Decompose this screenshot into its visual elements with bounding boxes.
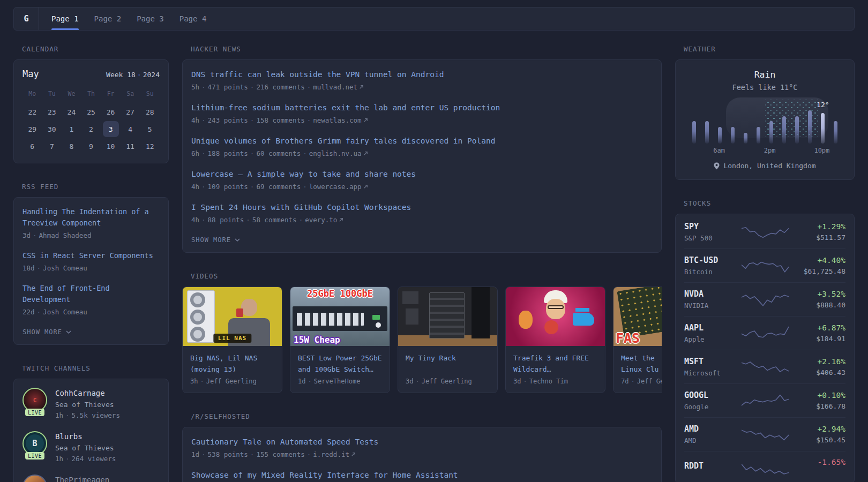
glance-dashboard: G Page 1Page 2Page 3Page 4 CALENDAR May …: [0, 0, 868, 482]
video-meta-part: Techno Tim: [529, 378, 568, 385]
video-title[interactable]: Traefik 3 and FREE Wildcard…: [513, 352, 597, 375]
hackernews-item-meta-part: 69 comments: [256, 183, 301, 191]
weather-bar-slot: [765, 99, 777, 144]
app-logo[interactable]: G: [14, 7, 39, 30]
stock-change-percent: +1.29%: [789, 222, 845, 231]
twitch-channel-row[interactable]: CLIVECohhCarnageSea of Thieves1h·5.5k vi…: [23, 388, 160, 419]
calendar-day-header: We: [62, 87, 81, 103]
hackernews-item-meta: 4h·88 points·58 comments·every.to: [191, 215, 653, 225]
calendar-section-label: CALENDAR: [13, 45, 169, 53]
rss-item-title[interactable]: Handling The Indentation of a Treeview C…: [23, 206, 160, 229]
hackernews-item-title[interactable]: Lithium-free sodium batteries exit the l…: [191, 102, 653, 114]
stock-symbol: BTC-USD: [684, 255, 741, 265]
calendar-day-number: 22: [24, 104, 40, 120]
calendar-grid: MoTuWeThFrSaSu22232425262728293012345678…: [23, 87, 160, 154]
video-thumbnail[interactable]: 25GbE 100GbE15W Cheap: [290, 287, 390, 346]
separator-dot: ·: [199, 216, 208, 224]
stock-identity: GOOGLGoogle: [684, 390, 741, 411]
hackernews-item-meta: 4h·243 points·158 comments·newatlas.com: [191, 115, 653, 126]
video-meta-part: ServeTheHome: [314, 378, 361, 385]
stock-company-name: S&P 500: [684, 234, 741, 242]
hackernews-item-title[interactable]: DNS traffic can leak outside the VPN tun…: [191, 69, 653, 80]
separator-dot: ·: [248, 83, 257, 91]
stock-row-nvda[interactable]: NVDANVIDIA+3.52%$888.40: [684, 282, 845, 316]
video-title[interactable]: My Tiny Rack: [406, 352, 490, 375]
stock-identity: AMDAMD: [684, 424, 741, 445]
rss-show-more-button[interactable]: SHOW MORE: [23, 328, 160, 336]
tab-page-2[interactable]: Page 2: [94, 7, 122, 30]
calendar-day: 8: [62, 138, 81, 154]
separator-dot: ·: [248, 116, 257, 124]
stock-row-googl[interactable]: GOOGLGoogle+0.10%$166.78: [684, 383, 845, 417]
stock-row-spy[interactable]: SPYS&P 500+1.29%$511.57: [684, 215, 845, 248]
video-card[interactable]: LIL NASBig NAS, Lil NAS (moving 13)3h·Je…: [182, 287, 282, 393]
twitch-channel-name[interactable]: CohhCarnage: [55, 389, 120, 397]
twitch-channel-row[interactable]: ThePrimeagen: [23, 475, 160, 482]
hackernews-item-title[interactable]: Lowercase – A simple way to take and sha…: [191, 168, 653, 180]
stock-row-aapl[interactable]: AAPLApple+6.87%$184.91: [684, 316, 845, 350]
rss-item-title[interactable]: CSS in React Server Components: [23, 250, 160, 261]
video-card[interactable]: FASMeet the Linux Clu7d·Jeff Geerling: [613, 287, 662, 393]
video-thumbnail[interactable]: [398, 287, 497, 346]
stock-row-msft[interactable]: MSFTMicrosoft+2.16%$406.43: [684, 350, 845, 383]
calendar-day-header: Mo: [23, 87, 42, 103]
tab-page-1[interactable]: Page 1: [51, 7, 79, 30]
calendar-day-header: Fr: [101, 87, 121, 103]
stock-change-percent: +0.10%: [789, 391, 845, 400]
hackernews-item-meta-part: 60 comments: [256, 149, 301, 157]
hackernews-show-more-button[interactable]: SHOW MORE: [191, 236, 653, 244]
reddit-item-title[interactable]: Cautionary Tale on Automated Speed Tests: [191, 436, 653, 448]
twitch-channel-name[interactable]: Blurbs: [55, 432, 116, 441]
stock-values: +2.94%$150.45: [789, 425, 845, 444]
calendar-day-number: 5: [142, 121, 158, 137]
video-title[interactable]: Meet the Linux Clu: [621, 352, 662, 375]
video-meta-part: Jeff Geerling: [422, 378, 472, 385]
stock-row-amd[interactable]: AMDAMD+2.94%$150.45: [684, 417, 845, 451]
twitch-avatar-wrap: CLIVE: [23, 388, 47, 412]
hackernews-section-label: HACKER NEWS: [182, 45, 662, 53]
weather-hour-slot: [789, 147, 802, 154]
calendar-day-number: 25: [83, 104, 99, 120]
hackernews-item-title[interactable]: Unique volumes of Brothers Grimm fairy t…: [191, 135, 653, 147]
reddit-item-meta-part: 155 comments: [256, 450, 304, 458]
video-card[interactable]: My Tiny Rack3d·Jeff Geerling: [398, 287, 498, 393]
tab-page-4[interactable]: Page 4: [179, 7, 207, 30]
hackernews-item-domain: mullvad.net: [313, 83, 357, 91]
stock-values: +0.10%$166.78: [789, 391, 845, 410]
video-card[interactable]: 25GbE 100GbE15W CheapBEST Low Power 25Gb…: [290, 287, 390, 393]
separator-dot: ·: [305, 378, 313, 385]
weather-bar-slot: [687, 99, 700, 144]
hackernews-item-title[interactable]: I Spent 24 Hours with GitHub Copilot Wor…: [191, 201, 653, 213]
video-thumbnail[interactable]: FAS: [613, 287, 662, 346]
rss-section-label: RSS FEED: [13, 183, 169, 191]
reddit-item-title[interactable]: Showcase of my Mixed Reality Interface f…: [191, 469, 653, 481]
video-thumbnail[interactable]: [506, 287, 605, 346]
video-title[interactable]: BEST Low Power 25GbE and 100GbE Switch…: [298, 352, 382, 375]
thumb-text: FAS: [616, 330, 640, 346]
separator-dot: ·: [198, 378, 206, 385]
hackernews-item-meta: 4h·109 points·69 comments·lowercase.app: [191, 182, 653, 192]
twitch-channel-info: CohhCarnageSea of Thieves1h·5.5k viewers: [55, 388, 120, 419]
twitch-channel-name[interactable]: ThePrimeagen: [55, 476, 109, 482]
tab-page-3[interactable]: Page 3: [137, 7, 164, 30]
calendar-day: 28: [140, 104, 160, 120]
twitch-channel-meta-part: 1h: [55, 411, 63, 419]
twitch-card: CLIVECohhCarnageSea of Thieves1h·5.5k vi…: [13, 379, 169, 482]
weather-bar: [731, 127, 735, 144]
stock-row-btc-usd[interactable]: BTC-USDBitcoin+4.40%$61,725.48: [684, 248, 845, 282]
weather-bar: [782, 116, 786, 144]
rss-item-title[interactable]: The End of Front-End Development: [23, 283, 160, 305]
video-thumbnail[interactable]: LIL NAS: [183, 287, 282, 346]
calendar-day-header: Sa: [121, 87, 140, 103]
video-card[interactable]: Traefik 3 and FREE Wildcard…3d·Techno Ti…: [505, 287, 605, 393]
separator-dot: ·: [63, 411, 72, 419]
chevron-down-icon: [66, 330, 71, 334]
stock-sparkline: [741, 425, 789, 443]
twitch-channel-row[interactable]: BLIVEBlurbsSea of Thieves1h·264 viewers: [23, 431, 160, 463]
external-link-icon: [363, 151, 368, 156]
video-title[interactable]: Big NAS, Lil NAS (moving 13): [190, 352, 274, 375]
stock-change-percent: +3.52%: [789, 290, 845, 298]
stock-row-rddt[interactable]: RDDT-1.65%: [684, 451, 845, 482]
rss-item-meta-part: Josh Comeau: [43, 308, 87, 316]
stock-company-name: Microsoft: [684, 369, 741, 377]
